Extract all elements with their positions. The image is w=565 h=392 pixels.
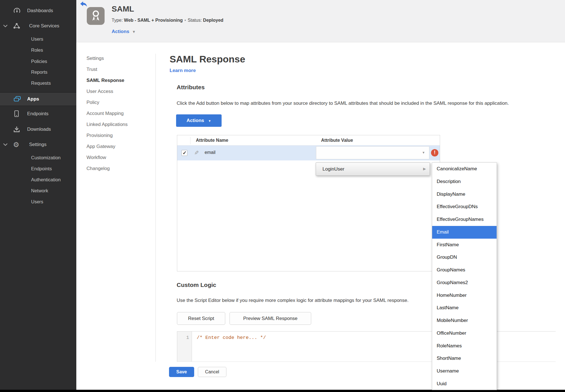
sidebar: Dashboards Core Services Users Roles Pol… [0,0,76,390]
header-actions-menu[interactable]: Actions [112,29,136,34]
attribute-name-cell: email [205,150,215,155]
subnav-account-mapping[interactable]: Account Mapping [86,108,143,119]
value-menu-loginuser[interactable]: LoginUser [316,162,430,176]
award-ribbon-icon [87,7,105,25]
sidebar-item-reports[interactable]: Reports [0,66,76,78]
app-title: SAML [112,5,134,14]
subnav-app-gateway[interactable]: App Gateway [86,141,143,152]
value-options-menu: CanonicalizeName Description DisplayName… [432,162,497,390]
column-separator [190,137,191,144]
subnav-saml-response[interactable]: SAML Response [86,75,143,86]
subnav-settings[interactable]: Settings [86,53,143,64]
sidebar-item-endpoints[interactable]: Endpoints [0,108,76,119]
sidebar-item-authentication[interactable]: Authentication [0,174,76,185]
table-header: Attribute Name Attribute Value [177,135,440,145]
subnav-workflow[interactable]: Workflow [86,152,143,163]
sidebar-item-endpoints-settings[interactable]: Endpoints [0,163,76,174]
sidebar-item-core-services[interactable]: Core Services [0,20,76,32]
saml-app-page: Dashboards Core Services Users Roles Pol… [0,0,565,392]
sidebar-item-users-settings[interactable]: Users [0,196,76,207]
subnav-trust[interactable]: Trust [86,64,143,75]
content-divider [155,54,156,362]
menu-option-uuid[interactable]: Uuid [432,378,497,390]
menu-option-description[interactable]: Description [432,175,497,188]
menu-option-email[interactable]: Email [432,226,497,239]
subnav-changelog[interactable]: Changelog [86,163,143,174]
back-arrow-icon[interactable] [80,1,87,7]
subnav-policy[interactable]: Policy [86,97,143,108]
sidebar-item-network[interactable]: Network [0,185,76,196]
learn-more-link[interactable]: Learn more [170,68,196,73]
sidebar-item-policies[interactable]: Policies [0,56,76,67]
menu-option-effectivegroupnames[interactable]: EffectiveGroupNames [432,213,497,226]
download-icon [13,126,20,133]
subnav-user-access[interactable]: User Access [86,86,143,97]
app-header: SAML Type: Web - SAML + Provisioning•Sta… [76,0,565,42]
page-title: SAML Response [170,54,245,65]
gauge-icon [13,7,21,14]
sidebar-item-settings[interactable]: Settings [0,139,76,150]
menu-option-displayname[interactable]: DisplayName [432,188,497,201]
subnav-provisioning[interactable]: Provisioning [86,130,143,141]
menu-option-groupnames[interactable]: GroupNames [432,264,497,276]
column-attribute-value: Attribute Value [321,138,353,143]
core-services-icon [13,23,20,29]
menu-option-officenumber[interactable]: OfficeNumber [432,327,497,340]
type-value: Web - SAML + Provisioning [124,18,183,23]
apps-icon [13,95,21,103]
attributes-actions-button[interactable]: Actions [176,114,222,127]
editor-line-number: 1 [177,332,192,361]
table-row[interactable]: email [177,145,440,160]
pencil-icon[interactable] [194,149,199,156]
sidebar-item-dashboards[interactable]: Dashboards [0,5,76,16]
script-editor: 1 /* Enter code here... */ [177,331,556,362]
menu-option-lastname[interactable]: LastName [432,302,497,314]
custom-logic-description: Use the Script Editor below if you requi… [177,298,408,303]
chevron-down-icon [3,25,8,27]
sidebar-item-customization[interactable]: Customization [0,152,76,163]
menu-option-homenumber[interactable]: HomeNumber [432,289,497,302]
attributes-heading: Attributes [177,84,205,91]
app-subnav: Settings Trust SAML Response User Access… [86,53,143,174]
phone-icon [13,110,20,118]
preview-saml-response-button[interactable]: Preview SAML Response [230,312,311,325]
sidebar-item-requests[interactable]: Requests [0,77,76,89]
menu-option-canonicalizename[interactable]: CanonicalizeName [432,163,497,175]
app-meta: Type: Web - SAML + Provisioning•Status: … [112,18,223,23]
attributes-table: Attribute Name Attribute Value email [177,135,440,271]
subnav-linked-applications[interactable]: Linked Applications [86,119,143,130]
menu-option-firstname[interactable]: FirstName [432,239,497,251]
menu-option-shortname[interactable]: ShortName [432,352,497,365]
chevron-down-icon [3,143,8,146]
error-icon [431,149,438,156]
sidebar-item-users[interactable]: Users [0,33,76,45]
menu-option-groupnames2[interactable]: GroupNames2 [432,276,497,289]
gear-icon [13,141,19,148]
sidebar-item-apps[interactable]: Apps [0,92,76,106]
menu-option-effectivegroupdns[interactable]: EffectiveGroupDNs [432,201,497,213]
menu-option-rolenames[interactable]: RoleNames [432,340,497,352]
column-attribute-name: Attribute Name [196,138,228,143]
reset-script-button[interactable]: Reset Script [177,312,225,325]
editor-code-area[interactable]: /* Enter code here... */ [192,332,556,361]
row-checkbox[interactable] [181,150,187,156]
status-label: Status: [188,18,202,23]
sidebar-item-roles[interactable]: Roles [0,44,76,56]
sidebar-item-downloads[interactable]: Downloads [0,124,76,135]
menu-option-username[interactable]: Username [432,365,497,378]
attribute-value-dropdown[interactable] [316,146,429,159]
status-badge: Deployed [203,18,223,23]
menu-option-mobilenumber[interactable]: MobileNumber [432,314,497,327]
menu-option-groupdn[interactable]: GroupDN [432,251,497,264]
save-button[interactable]: Save [169,367,194,377]
attributes-description: Click the Add button below to map attrib… [177,101,509,106]
custom-logic-heading: Custom Logic [177,282,216,288]
cancel-button[interactable]: Cancel [198,367,226,377]
type-label: Type: [112,18,123,23]
